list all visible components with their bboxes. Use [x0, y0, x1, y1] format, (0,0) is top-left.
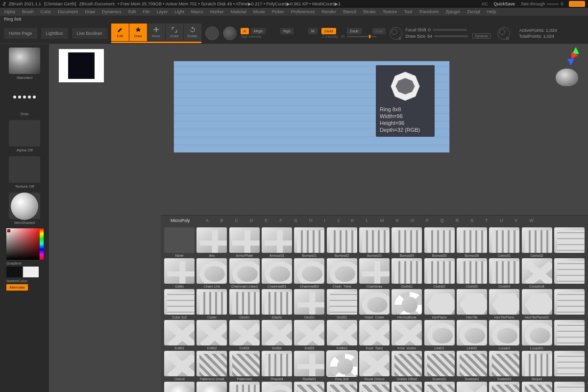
mp-item[interactable]: Chainmail Linked [229, 258, 260, 288]
mp-item[interactable]: Weave01 [489, 382, 520, 392]
mp-item[interactable]: Knitted [326, 320, 358, 350]
mp-item[interactable]: Oxford [164, 351, 195, 381]
mp-item[interactable]: Knot_Vortex [391, 320, 422, 350]
mp-item[interactable] [554, 227, 585, 257]
home-button[interactable]: Home Page [4, 28, 37, 39]
focal-icon[interactable]: S [390, 27, 402, 40]
mp-item[interactable]: Knit05 [294, 320, 325, 350]
mp-item[interactable]: Twill [391, 382, 422, 392]
menu-edit[interactable]: Edit [128, 9, 136, 14]
alternate-chip[interactable]: Alternate [6, 284, 28, 291]
menu-dynamics[interactable]: Dynamics [102, 9, 122, 14]
mp-item[interactable]: Cyber [196, 289, 227, 319]
mp-item[interactable]: Camo02 [521, 227, 552, 257]
menu-button[interactable]: Menu [569, 1, 585, 7]
mp-item[interactable]: Truchet Solid Rect [326, 382, 358, 392]
mp-item[interactable]: Knot_Twist [359, 320, 390, 350]
menu-transform[interactable]: Transform [419, 9, 439, 14]
letter-T[interactable]: T [485, 218, 488, 223]
mp-item[interactable]: Bumps03 [359, 227, 390, 257]
letter-R[interactable]: R [456, 218, 459, 223]
mp-item[interactable] [554, 289, 585, 319]
letter-L[interactable]: L [366, 218, 368, 223]
mp-item[interactable]: Link01 [423, 320, 455, 350]
letter-E[interactable]: E [265, 218, 268, 223]
mp-item[interactable]: Pinpoint [261, 351, 293, 381]
menu-brush[interactable]: Brush [22, 9, 34, 14]
see-through-slider[interactable]: See-through0 [521, 1, 564, 6]
zadd-chip[interactable]: Zadd [321, 28, 336, 34]
mp-item[interactable]: Chain_Twist [326, 258, 358, 288]
quicksave-button[interactable]: QuickSave [493, 1, 515, 6]
mp-item[interactable]: Cube 2x2 [164, 289, 195, 319]
mrgb-chip[interactable]: Mrgb [251, 28, 266, 34]
a-chip[interactable]: A [241, 28, 249, 34]
sculptris-toggle[interactable] [223, 26, 237, 40]
mp-item[interactable]: Chainmail01 [261, 258, 293, 288]
letter-P[interactable]: P [426, 218, 429, 223]
mp-item[interactable] [554, 351, 585, 381]
menu-marker[interactable]: Marker [210, 9, 224, 14]
mp-item[interactable]: Truchet Rect [294, 382, 325, 392]
mp-item[interactable] [554, 258, 585, 288]
letter-A[interactable]: A [206, 218, 209, 223]
mp-item[interactable]: T_Bridge [423, 382, 455, 392]
letter-S[interactable]: S [470, 218, 473, 223]
menu-color[interactable]: Color [41, 9, 51, 14]
letter-D[interactable]: D [250, 218, 253, 223]
menu-macro[interactable]: Macro [191, 9, 203, 14]
mp-item[interactable]: Bumps04 [391, 227, 422, 257]
brush-slot[interactable]: Standard [6, 46, 43, 81]
canvas[interactable]: Ring 8x8 Width=96 Height=96 Depth=32 (RG… [49, 44, 588, 392]
mp-item[interactable]: Bumps01 [294, 227, 325, 257]
doc-thumb[interactable] [59, 49, 104, 82]
letter-J[interactable]: J [337, 218, 340, 223]
menu-render[interactable]: Render [321, 9, 336, 14]
mp-item[interactable]: Sphere2x2 [164, 382, 195, 392]
menu-draw[interactable]: Draw [85, 9, 95, 14]
menu-document[interactable]: Document [58, 9, 78, 14]
mp-item[interactable]: Cloth04 [489, 258, 520, 288]
letter-Q[interactable]: Q [441, 218, 444, 223]
scale-button[interactable]: Scale [166, 24, 183, 41]
menu-layer[interactable]: Layer [157, 9, 168, 14]
mp-item[interactable]: Camo01 [489, 227, 520, 257]
mp-item[interactable]: HexTilePlane02 [521, 289, 552, 319]
mp-item[interactable]: Truchet [359, 382, 390, 392]
mp-item[interactable]: Cloth02 [423, 258, 455, 288]
mp-item[interactable]: Scales01 [423, 351, 455, 381]
mp-item[interactable]: Radial01 [294, 351, 325, 381]
mp-item[interactable]: HexTile [456, 289, 488, 319]
menu-texture[interactable]: Texture [383, 9, 397, 14]
mp-item[interactable]: Cloth03 [456, 258, 488, 288]
zint-slider[interactable] [347, 36, 376, 37]
mp-item[interactable]: None [164, 227, 195, 257]
move-button[interactable]: Move [147, 24, 165, 41]
letter-F[interactable]: F [280, 218, 283, 223]
mp-item[interactable]: Link02 [456, 320, 488, 350]
livebool-button[interactable]: Live Boolean [72, 28, 107, 39]
mp-item[interactable]: Elastic [261, 289, 293, 319]
gizmo-toggle[interactable] [205, 26, 219, 40]
mp-item[interactable]: Geo01 [294, 289, 325, 319]
mp-item[interactable]: Vortex [456, 382, 488, 392]
letter-K[interactable]: K [351, 218, 354, 223]
mp-item[interactable]: Chain Link [196, 258, 227, 288]
mp-item[interactable]: Chainmail02 [294, 258, 325, 288]
mp-item[interactable]: Bumps05 [423, 227, 455, 257]
mp-item[interactable]: Knit02 [196, 320, 227, 350]
mp-item[interactable]: Patterend Small [196, 351, 227, 381]
color-picker[interactable]: Gradient SwitchColor Alternate [5, 227, 44, 292]
mp-item[interactable]: Scales03 [489, 351, 520, 381]
mp-item[interactable]: Patterned [229, 351, 260, 381]
mp-item[interactable]: HerringBone [391, 289, 422, 319]
draw-button[interactable]: Draw [129, 24, 147, 41]
menu-zplugin[interactable]: Zplugin [446, 9, 461, 14]
letter-G[interactable]: G [294, 218, 297, 223]
menu-tool[interactable]: Tool [404, 9, 412, 14]
letter-H[interactable]: H [309, 218, 313, 223]
menu-alpha[interactable]: Alpha [4, 9, 15, 14]
stroke-slot[interactable]: Dots [6, 82, 43, 118]
mp-item[interactable] [554, 382, 585, 392]
zsub-chip[interactable]: Zsub [347, 28, 362, 34]
